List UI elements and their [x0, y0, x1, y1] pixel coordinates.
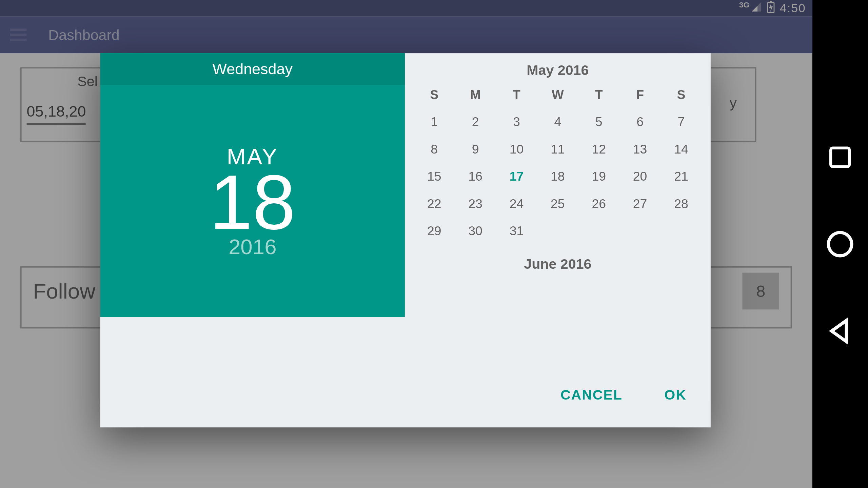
date-summary-panel: Wednesday MAY 18 2016: [100, 53, 405, 317]
calendar-month-title: May 2016: [414, 62, 702, 79]
calendar-day[interactable]: 30: [455, 218, 496, 245]
ok-button[interactable]: OK: [658, 374, 693, 416]
selected-day: 18: [210, 163, 296, 241]
selected-date-block[interactable]: MAY 18 2016: [100, 85, 405, 317]
back-button[interactable]: [815, 305, 866, 356]
calendar-day: [578, 218, 619, 245]
calendar-day[interactable]: 28: [660, 190, 702, 217]
home-button[interactable]: [815, 219, 866, 270]
weekday-header: SMTWTFS: [414, 85, 702, 108]
selected-year[interactable]: 2016: [229, 234, 277, 259]
weekday-cell: T: [496, 85, 537, 108]
weekday-cell: S: [414, 85, 455, 108]
dialog-actions: CANCEL OK: [554, 374, 693, 416]
calendar-day[interactable]: 1: [414, 108, 455, 136]
svg-rect-0: [831, 148, 849, 167]
calendar-day[interactable]: 3: [496, 108, 537, 136]
calendar-day[interactable]: 29: [414, 218, 455, 245]
calendar-day[interactable]: 2: [455, 108, 496, 136]
calendar-day[interactable]: 7: [660, 108, 702, 136]
calendar-day[interactable]: 20: [619, 163, 660, 190]
calendar-day[interactable]: 27: [619, 190, 660, 217]
calendar-day[interactable]: 14: [660, 136, 702, 163]
weekday-cell: S: [660, 85, 702, 108]
weekday-cell: M: [455, 85, 496, 108]
calendar-day[interactable]: 8: [414, 136, 455, 163]
weekday-cell: W: [537, 85, 578, 108]
calendar-day: [619, 218, 660, 245]
calendar-day[interactable]: 13: [619, 136, 660, 163]
calendar-day[interactable]: 9: [455, 136, 496, 163]
calendar-day[interactable]: 12: [578, 136, 619, 163]
calendar-day[interactable]: 23: [455, 190, 496, 217]
calendar-day[interactable]: 6: [619, 108, 660, 136]
next-month-title: June 2016: [414, 256, 702, 273]
selected-dayname: Wednesday: [100, 53, 405, 85]
calendar-day[interactable]: 16: [455, 163, 496, 190]
date-picker-dialog: Wednesday MAY 18 2016 May 2016 SMTWTFS 1…: [100, 53, 711, 427]
calendar-day[interactable]: 22: [414, 190, 455, 217]
calendar-day[interactable]: 15: [414, 163, 455, 190]
svg-point-1: [828, 232, 852, 256]
calendar-day[interactable]: 18: [537, 163, 578, 190]
calendar-day[interactable]: 26: [578, 190, 619, 217]
calendar-panel: May 2016 SMTWTFS 12345678910111213141516…: [405, 53, 711, 427]
calendar-day[interactable]: 24: [496, 190, 537, 217]
calendar-day[interactable]: 19: [578, 163, 619, 190]
weekday-cell: F: [619, 85, 660, 108]
system-navbar: [812, 0, 868, 488]
calendar-day: [537, 218, 578, 245]
weekday-cell: T: [578, 85, 619, 108]
calendar-day[interactable]: 17: [496, 163, 537, 190]
calendar-day[interactable]: 11: [537, 136, 578, 163]
app-surface: 3G 4:50 Dashboard Sel 05,18,: [0, 0, 812, 488]
cancel-button[interactable]: CANCEL: [554, 374, 629, 416]
calendar-day[interactable]: 10: [496, 136, 537, 163]
calendar-day[interactable]: 25: [537, 190, 578, 217]
calendar-day[interactable]: 31: [496, 218, 537, 245]
calendar-day: [660, 218, 702, 245]
calendar-grid: 1234567891011121314151617181920212223242…: [414, 108, 702, 245]
screen-root: 3G 4:50 Dashboard Sel 05,18,: [0, 0, 868, 488]
calendar-day[interactable]: 21: [660, 163, 702, 190]
calendar-day[interactable]: 4: [537, 108, 578, 136]
device-frame: 3G 4:50 Dashboard Sel 05,18,: [0, 0, 868, 488]
recents-button[interactable]: [815, 132, 866, 183]
calendar-day[interactable]: 5: [578, 108, 619, 136]
